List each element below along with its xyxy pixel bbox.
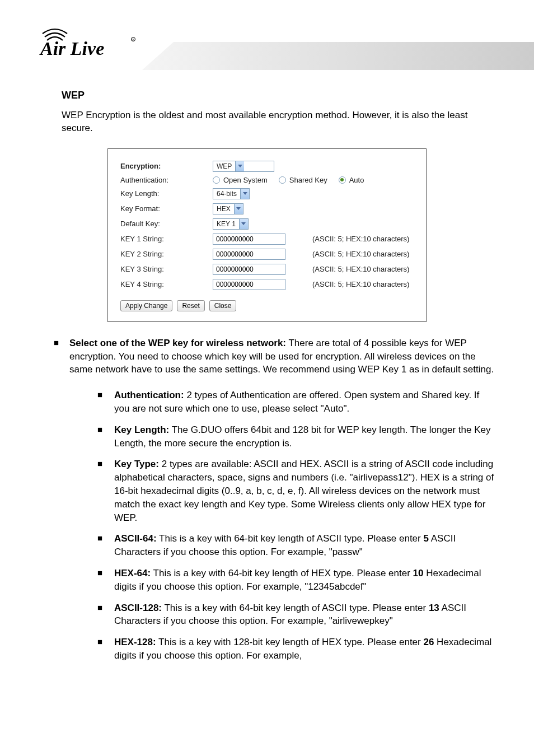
radio-open-system[interactable] <box>213 176 220 184</box>
defaultkey-label: Default Key: <box>120 220 213 228</box>
key1-hint: (ASCII: 5; HEX:10 characters) <box>312 235 409 243</box>
list-item: ASCII-128: This is a key with 64-bit key… <box>97 601 495 628</box>
reset-button[interactable]: Reset <box>177 300 204 311</box>
page-header: Air Live R <box>39 22 495 73</box>
defaultkey-select[interactable]: KEY 1 <box>213 218 249 230</box>
close-button[interactable]: Close <box>209 300 237 311</box>
list-item: Key Length: The G.DUO offers 64bit and 1… <box>97 423 495 450</box>
key3-hint: (ASCII: 5; HEX:10 characters) <box>312 265 409 273</box>
keyformat-label: Key Format: <box>120 204 213 213</box>
encryption-label: Encryption: <box>120 162 213 170</box>
key4-hint: (ASCII: 5; HEX:10 characters) <box>312 280 409 288</box>
key3-input[interactable] <box>213 264 285 275</box>
wep-form: Encryption: WEP Authentication: Open Sys… <box>107 148 427 322</box>
brand-logo: Air Live R <box>39 22 140 64</box>
key4-input[interactable] <box>213 279 285 290</box>
key2-input[interactable] <box>213 249 285 260</box>
radio-shared-key[interactable] <box>279 176 286 184</box>
list-item: HEX-128: This is a key with 128-bit key … <box>97 636 495 662</box>
radio-auto[interactable] <box>339 176 346 184</box>
key1-label: KEY 1 String: <box>120 235 213 243</box>
key2-hint: (ASCII: 5; HEX:10 characters) <box>312 250 409 258</box>
chevron-down-icon <box>240 189 249 199</box>
key1-input[interactable] <box>213 234 285 245</box>
svg-text:R: R <box>132 38 134 41</box>
list-item: HEX-64: This is a key with 64-bit key le… <box>97 567 495 594</box>
keyformat-select[interactable]: HEX <box>213 203 243 214</box>
list-item: ASCII-64: This is a key with 64-bit key … <box>97 532 495 559</box>
svg-text:Air Live: Air Live <box>39 38 104 59</box>
apply-button[interactable]: Apply Change <box>120 300 172 311</box>
key3-label: KEY 3 String: <box>120 265 213 273</box>
list-item: Authentication: 2 types of Authenticatio… <box>97 389 495 416</box>
header-stripe <box>142 42 534 70</box>
list-item: Key Type: 2 types are available: ASCII a… <box>97 458 495 524</box>
encryption-select[interactable]: WEP <box>213 161 274 172</box>
chevron-down-icon <box>239 219 248 229</box>
keylength-select[interactable]: 64-bits <box>213 188 250 199</box>
authentication-label: Authentication: <box>120 176 213 184</box>
key4-label: KEY 4 String: <box>120 280 213 288</box>
key2-label: KEY 2 String: <box>120 250 213 258</box>
intro-paragraph: WEP Encryption is the oldest and most av… <box>62 109 495 135</box>
chevron-down-icon <box>234 204 243 214</box>
keylength-label: Key Length: <box>120 189 213 198</box>
chevron-down-icon <box>235 161 244 171</box>
section-heading: WEP <box>62 90 495 101</box>
list-item: Select one of the WEP key for wireless n… <box>54 337 495 662</box>
